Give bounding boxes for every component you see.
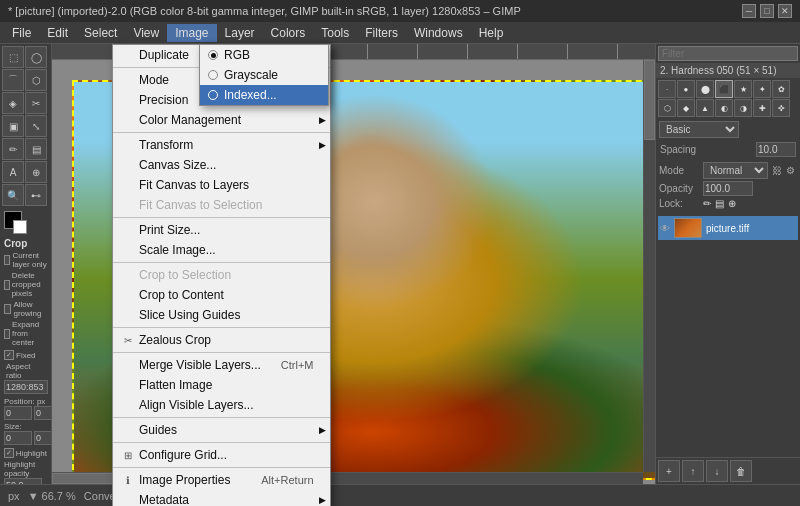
brush-6[interactable]: ✦ bbox=[753, 80, 771, 98]
tool-paint[interactable]: ✏ bbox=[2, 138, 24, 160]
position-x[interactable] bbox=[4, 406, 32, 420]
menu-configure-grid[interactable]: ⊞ Configure Grid... bbox=[113, 445, 330, 465]
menu-crop-selection[interactable]: Crop to Selection bbox=[113, 265, 330, 285]
menu-scale-image[interactable]: Scale Image... bbox=[113, 240, 330, 260]
menu-help[interactable]: Help bbox=[471, 24, 512, 42]
tool-ellipse-select[interactable]: ◯ bbox=[25, 46, 47, 68]
dimension-input[interactable] bbox=[4, 380, 48, 394]
menu-merge-layers[interactable]: Merge Visible Layers... Ctrl+M bbox=[113, 355, 330, 375]
scrollbar-v-thumb[interactable] bbox=[644, 60, 655, 140]
brush-5[interactable]: ★ bbox=[734, 80, 752, 98]
menu-colors[interactable]: Colors bbox=[263, 24, 314, 42]
spacing-input[interactable] bbox=[756, 142, 796, 157]
separator-3 bbox=[113, 217, 330, 218]
layer-visibility-icon[interactable]: 👁 bbox=[660, 223, 670, 234]
tool-bucket[interactable]: ▤ bbox=[25, 138, 47, 160]
tool-scissors[interactable]: ✂ bbox=[25, 92, 47, 114]
lock-pixels-icon[interactable]: ✏ bbox=[703, 198, 711, 209]
brush-3[interactable]: ⬤ bbox=[696, 80, 714, 98]
opacity-input[interactable] bbox=[703, 181, 753, 196]
brush-11[interactable]: ◐ bbox=[715, 99, 733, 117]
brush-filter-input[interactable] bbox=[658, 46, 798, 61]
image-menu-dropdown[interactable]: Duplicate Ctrl+D Mode Precision Color Ma… bbox=[112, 44, 331, 506]
opacity-input[interactable] bbox=[4, 478, 42, 484]
mode-link-icon[interactable]: ⛓ bbox=[772, 165, 782, 176]
menu-print-size[interactable]: Print Size... bbox=[113, 220, 330, 240]
mode-indexed-radio bbox=[208, 90, 218, 100]
tool-select-by-color[interactable]: ◈ bbox=[2, 92, 24, 114]
delete-cropped-check[interactable] bbox=[4, 280, 10, 290]
brush-12[interactable]: ◑ bbox=[734, 99, 752, 117]
menu-color-management[interactable]: Color Management bbox=[113, 110, 330, 130]
delete-layer-button[interactable]: 🗑 bbox=[730, 460, 752, 482]
menu-align-layers[interactable]: Align Visible Layers... bbox=[113, 395, 330, 415]
position-y[interactable] bbox=[34, 406, 52, 420]
brush-10[interactable]: ▲ bbox=[696, 99, 714, 117]
brush-4[interactable]: ⬛ bbox=[715, 80, 733, 98]
mode-grayscale[interactable]: Grayscale bbox=[200, 65, 328, 85]
menu-fit-canvas-layers[interactable]: Fit Canvas to Layers bbox=[113, 175, 330, 195]
mode-indexed[interactable]: Indexed... bbox=[200, 85, 328, 105]
menu-guides[interactable]: Guides bbox=[113, 420, 330, 440]
menu-view[interactable]: View bbox=[125, 24, 167, 42]
menu-transform[interactable]: Transform bbox=[113, 135, 330, 155]
tool-text[interactable]: A bbox=[2, 161, 24, 183]
menu-flatten[interactable]: Flatten Image bbox=[113, 375, 330, 395]
brush-2[interactable]: ● bbox=[677, 80, 695, 98]
tool-measure[interactable]: ⊷ bbox=[25, 184, 47, 206]
current-layer-check[interactable] bbox=[4, 255, 10, 265]
menu-select[interactable]: Select bbox=[76, 24, 125, 42]
menu-fit-canvas-selection[interactable]: Fit Canvas to Selection bbox=[113, 195, 330, 215]
background-color[interactable] bbox=[13, 220, 27, 234]
brush-7[interactable]: ✿ bbox=[772, 80, 790, 98]
brush-13[interactable]: ✚ bbox=[753, 99, 771, 117]
brush-8[interactable]: ⬡ bbox=[658, 99, 676, 117]
menu-crop-content[interactable]: Crop to Content bbox=[113, 285, 330, 305]
size-x[interactable] bbox=[4, 431, 32, 445]
brush-14[interactable]: ✜ bbox=[772, 99, 790, 117]
layer-down-button[interactable]: ↓ bbox=[706, 460, 728, 482]
menu-tools[interactable]: Tools bbox=[313, 24, 357, 42]
menu-layer[interactable]: Layer bbox=[217, 24, 263, 42]
scrollbar-vertical[interactable] bbox=[643, 60, 655, 472]
lock-move-icon[interactable]: ⊕ bbox=[728, 198, 736, 209]
menu-windows[interactable]: Windows bbox=[406, 24, 471, 42]
tool-free-select[interactable]: ⌒ bbox=[2, 69, 24, 91]
mode-settings-icon[interactable]: ⚙ bbox=[786, 165, 795, 176]
tool-zoom[interactable]: 🔍 bbox=[2, 184, 24, 206]
menu-zealous-crop[interactable]: ✂ Zealous Crop bbox=[113, 330, 330, 350]
menu-file[interactable]: File bbox=[4, 24, 39, 42]
tool-paths[interactable]: ⤡ bbox=[25, 115, 47, 137]
menu-metadata[interactable]: Metadata bbox=[113, 490, 330, 506]
allow-growing-check[interactable] bbox=[4, 304, 11, 314]
highlight-check[interactable]: ✓ bbox=[4, 448, 14, 458]
metadata-label: Metadata bbox=[139, 493, 189, 506]
menu-canvas-size[interactable]: Canvas Size... bbox=[113, 155, 330, 175]
menu-image-properties[interactable]: ℹ Image Properties Alt+Return bbox=[113, 470, 330, 490]
mode-rgb[interactable]: RGB bbox=[200, 45, 328, 65]
menu-edit[interactable]: Edit bbox=[39, 24, 76, 42]
mode-select[interactable]: Normal bbox=[703, 162, 768, 179]
tool-foreground-select[interactable]: ▣ bbox=[2, 115, 24, 137]
tool-fuzzy-select[interactable]: ⬡ bbox=[25, 69, 47, 91]
lock-alpha-icon[interactable]: ▤ bbox=[715, 198, 724, 209]
close-button[interactable]: ✕ bbox=[778, 4, 792, 18]
tool-rectangle-select[interactable]: ⬚ bbox=[2, 46, 24, 68]
brush-1[interactable]: · bbox=[658, 80, 676, 98]
mode-submenu[interactable]: RGB Grayscale Indexed... bbox=[199, 44, 329, 106]
size-y[interactable] bbox=[34, 431, 52, 445]
tool-clone[interactable]: ⊕ bbox=[25, 161, 47, 183]
fixed-check[interactable]: ✓ bbox=[4, 350, 14, 360]
maximize-button[interactable]: □ bbox=[760, 4, 774, 18]
layer-row[interactable]: 👁 picture.tiff bbox=[658, 216, 798, 240]
layer-up-button[interactable]: ↑ bbox=[682, 460, 704, 482]
brush-9[interactable]: ◆ bbox=[677, 99, 695, 117]
foreground-color[interactable] bbox=[4, 211, 22, 229]
preset-select[interactable]: Basic bbox=[659, 121, 739, 138]
minimize-button[interactable]: ─ bbox=[742, 4, 756, 18]
menu-slice-guides[interactable]: Slice Using Guides bbox=[113, 305, 330, 325]
menu-filters[interactable]: Filters bbox=[357, 24, 406, 42]
new-layer-button[interactable]: + bbox=[658, 460, 680, 482]
menu-image[interactable]: Image bbox=[167, 24, 216, 42]
expand-from-check[interactable] bbox=[4, 329, 10, 339]
